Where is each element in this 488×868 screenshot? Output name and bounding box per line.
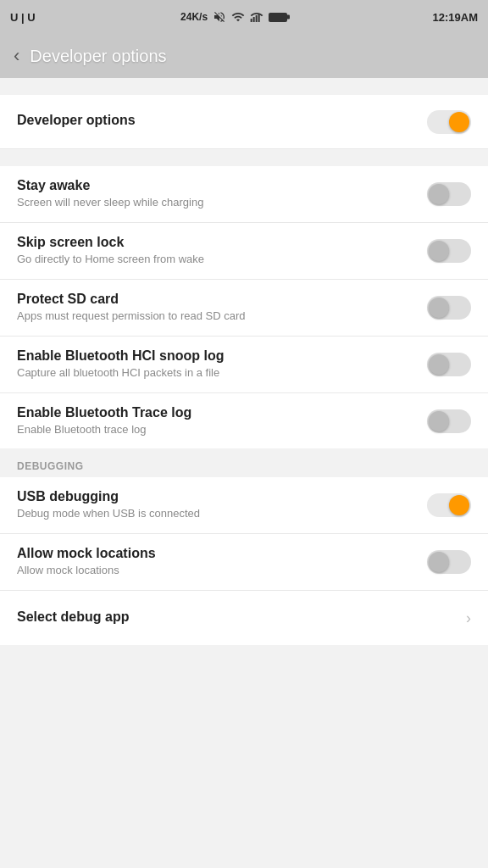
mute-icon (213, 10, 226, 24)
developer-options-toggle-row[interactable]: Developer options (0, 95, 488, 149)
developer-options-title: Developer options (17, 113, 413, 128)
select-debug-app-title: Select debug app (17, 609, 452, 625)
status-center: 24K/s (180, 10, 287, 24)
protect-sd-card-title: Protect SD card (17, 292, 413, 307)
bluetooth-trace-toggle[interactable] (427, 409, 471, 433)
mock-locations-toggle[interactable] (427, 550, 471, 574)
wifi-icon (231, 10, 245, 24)
protect-sd-card-text: Protect SD card Apps must request permis… (17, 292, 427, 324)
bluetooth-trace-knob (429, 411, 449, 431)
status-time: 12:19AM (433, 11, 478, 24)
toolbar: ‹ Developer options (0, 34, 488, 78)
mock-locations-text: Allow mock locations Allow mock location… (17, 546, 427, 578)
mock-locations-row[interactable]: Allow mock locations Allow mock location… (0, 534, 488, 591)
content: Developer options Stay awake Screen will… (0, 78, 488, 645)
skip-screen-lock-toggle[interactable] (427, 239, 471, 263)
mock-locations-knob (429, 552, 449, 572)
bluetooth-trace-title: Enable Bluetooth Trace log (17, 405, 413, 420)
general-group: Stay awake Screen will never sleep while… (0, 166, 488, 448)
skip-screen-lock-title: Skip screen lock (17, 235, 413, 250)
usb-debugging-row[interactable]: USB debugging Debug mode when USB is con… (0, 477, 488, 534)
stay-awake-title: Stay awake (17, 178, 413, 193)
svg-rect-0 (251, 19, 252, 22)
chevron-right-icon: › (466, 609, 471, 627)
bluetooth-hci-text: Enable Bluetooth HCI snoop log Capture a… (17, 348, 427, 381)
skip-screen-lock-row[interactable]: Skip screen lock Go directly to Home scr… (0, 223, 488, 280)
status-bar: U | U 24K/s 12:19AM (0, 0, 488, 34)
bluetooth-hci-toggle[interactable] (427, 353, 471, 376)
top-spacer (0, 78, 488, 95)
protect-sd-card-row[interactable]: Protect SD card Apps must request permis… (0, 280, 488, 337)
bluetooth-hci-row[interactable]: Enable Bluetooth HCI snoop log Capture a… (0, 337, 488, 393)
stay-awake-subtitle: Screen will never sleep while charging (17, 196, 413, 210)
stay-awake-row[interactable]: Stay awake Screen will never sleep while… (0, 166, 488, 223)
skip-screen-lock-knob (429, 241, 449, 261)
bluetooth-trace-subtitle: Enable Bluetooth trace log (17, 423, 413, 437)
svg-rect-2 (256, 15, 258, 22)
bluetooth-trace-text: Enable Bluetooth Trace log Enable Blueto… (17, 405, 427, 437)
protect-sd-card-subtitle: Apps must request permission to read SD … (17, 309, 413, 324)
usb-debugging-toggle[interactable] (427, 493, 471, 517)
svg-rect-1 (253, 17, 255, 22)
developer-options-toggle[interactable] (427, 110, 471, 134)
status-carrier: U | U (10, 11, 36, 24)
debugging-group: USB debugging Debug mode when USB is con… (0, 477, 488, 645)
stay-awake-knob (429, 184, 449, 204)
usb-debugging-subtitle: Debug mode when USB is connected (17, 507, 413, 521)
developer-options-knob (449, 112, 469, 132)
stay-awake-toggle[interactable] (427, 182, 471, 206)
back-button[interactable]: ‹ (14, 47, 19, 65)
select-debug-app-row[interactable]: Select debug app › (0, 591, 488, 645)
usb-debugging-title: USB debugging (17, 489, 413, 504)
select-debug-app-text: Select debug app (17, 609, 466, 627)
bluetooth-trace-row[interactable]: Enable Bluetooth Trace log Enable Blueto… (0, 393, 488, 449)
protect-sd-card-toggle[interactable] (427, 296, 471, 320)
usb-debugging-knob (449, 495, 469, 515)
mock-locations-subtitle: Allow mock locations (17, 564, 413, 578)
protect-sd-card-knob (429, 298, 449, 318)
bluetooth-hci-title: Enable Bluetooth HCI snoop log (17, 348, 413, 364)
bluetooth-hci-subtitle: Capture all bluetooth HCI packets in a f… (17, 366, 413, 381)
bluetooth-hci-knob (429, 354, 449, 375)
developer-options-text: Developer options (17, 113, 427, 131)
toolbar-title: Developer options (30, 47, 166, 66)
battery-icon (269, 13, 287, 22)
debugging-section-label: DEBUGGING (0, 448, 488, 477)
status-speed: 24K/s (180, 11, 208, 23)
svg-rect-3 (258, 14, 260, 22)
signal-icon (250, 10, 263, 24)
section-spacer-general (0, 149, 488, 166)
skip-screen-lock-text: Skip screen lock Go directly to Home scr… (17, 235, 427, 267)
mock-locations-title: Allow mock locations (17, 546, 413, 561)
skip-screen-lock-subtitle: Go directly to Home screen from wake (17, 253, 413, 267)
stay-awake-text: Stay awake Screen will never sleep while… (17, 178, 427, 210)
usb-debugging-text: USB debugging Debug mode when USB is con… (17, 489, 427, 521)
